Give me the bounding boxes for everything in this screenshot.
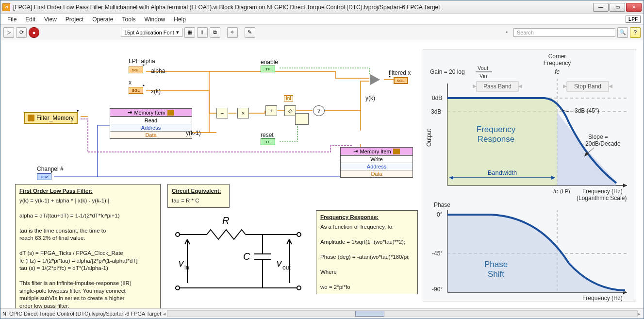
search-nav-icon: • — [506, 29, 512, 36]
note-line: multiple subVIs in series to create a hi… — [19, 295, 156, 302]
search-button[interactable]: 🔍 — [617, 27, 628, 38]
alpha-label: alpha — [151, 67, 165, 74]
output-select-node[interactable] — [370, 74, 380, 85]
memory-read-header: ⇥Memory Item — [110, 109, 192, 117]
memory-write-title: Memory Item — [360, 149, 391, 154]
minimize-button[interactable]: — — [593, 3, 609, 12]
menu-window[interactable]: Window — [141, 15, 169, 24]
run-cont-button[interactable]: ⟳ — [16, 27, 27, 38]
inf-constant: Inf — [284, 95, 293, 101]
highlight-button[interactable]: ✎ — [245, 27, 255, 38]
close-button[interactable]: ✕ — [626, 3, 642, 12]
yk-label: y(k) — [365, 95, 375, 101]
node-tag-icon: ▸ — [143, 63, 145, 67]
subtract-node[interactable]: − — [216, 108, 228, 118]
svg-text:Frequency: Frequency — [544, 60, 571, 67]
lpf-chip: LPF — [626, 16, 641, 23]
menu-help[interactable]: Help — [170, 15, 190, 24]
memory-read-node[interactable]: ⇥Memory Item Read Address Data — [110, 108, 192, 139]
app-window: VI [FPGA] First Order Low Pass Filter Mu… — [0, 0, 644, 319]
menu-project[interactable]: Project — [62, 15, 87, 24]
enable-terminal[interactable]: TF — [261, 66, 275, 72]
add-node[interactable]: + — [265, 105, 277, 116]
maximize-button[interactable]: ▭ — [610, 3, 625, 12]
vout-label: v — [277, 258, 282, 269]
svg-text:Bandwidth: Bandwidth — [488, 169, 517, 176]
x-label: x — [129, 79, 132, 86]
run-button[interactable]: ▷ — [3, 27, 14, 38]
memory-read-data: Data — [110, 131, 192, 138]
note-line: Where — [320, 269, 413, 276]
channel-terminal[interactable]: U32 — [37, 173, 51, 180]
note-line: dT (s) = FPGA_Ticks / FPGA_Clock_Rate — [19, 250, 156, 257]
cleanup-button[interactable]: ✧ — [227, 27, 238, 38]
memory-icon — [28, 115, 34, 121]
chevron-down-icon: ▾ — [176, 29, 179, 35]
arrow-icon: ⇥ — [353, 148, 358, 154]
scroll-right-icon[interactable]: ▸ — [638, 311, 642, 317]
menu-edit[interactable]: Edit — [21, 15, 39, 24]
status-bar: NI GPIC Direct Torque Control (DTC).lvpr… — [0, 309, 644, 319]
filter-memory-ref[interactable]: Filter_Memory — [24, 112, 78, 124]
note-heading: Circuit Equivalent: — [172, 187, 225, 195]
lpf-alpha-terminal[interactable]: SGL — [129, 67, 143, 73]
horizontal-scrollbar[interactable] — [167, 310, 638, 317]
memory-glyph-icon — [393, 149, 400, 154]
memory-read-addr: Address — [110, 124, 192, 131]
note-heading: Frequency Response: — [320, 214, 413, 221]
channel-label: Channel # — [37, 166, 64, 172]
svg-text:Gain = 20 log: Gain = 20 log — [430, 68, 465, 75]
status-text: NI GPIC Direct Torque Control (DTC).lvpr… — [2, 311, 163, 317]
compare-node[interactable]: ◇ — [284, 105, 296, 116]
vin-sub: in — [184, 264, 189, 271]
svg-text:Slope =: Slope = — [588, 134, 608, 140]
enable-label: enable — [261, 59, 278, 66]
svg-text:Output: Output — [426, 129, 432, 147]
reorder-button[interactable]: ⧉ — [210, 27, 220, 38]
note-line: Amplitude = 1/sqrt(1+(wo*tau)**2); — [320, 238, 413, 246]
menu-tools[interactable]: Tools — [118, 15, 140, 24]
svg-text:Frequency (Hz): Frequency (Hz) — [582, 295, 623, 302]
distribute-button[interactable]: ⫴ — [197, 27, 208, 38]
filtered-x-terminal[interactable]: SGL — [394, 77, 408, 84]
scrollbar-thumb[interactable] — [355, 311, 384, 317]
memory-write-data: Data — [341, 170, 413, 177]
select-zero-node[interactable] — [295, 113, 309, 125]
svg-text:-20dB/Decade: -20dB/Decade — [583, 140, 621, 147]
x-terminal[interactable]: SGL — [129, 87, 143, 94]
svg-text:fc: fc — [555, 68, 560, 75]
abort-button[interactable]: ● — [29, 27, 39, 38]
note-line: wo = 2*pi*fo — [320, 284, 413, 291]
svg-text:-45°: -45° — [432, 250, 443, 257]
svg-point-2 — [297, 233, 301, 236]
node-tag-icon: ▸ — [51, 169, 53, 174]
svg-line-32 — [560, 110, 569, 112]
note-line: This filter is an infinite-impulse-respo… — [19, 280, 156, 287]
vin-label: v — [179, 258, 184, 269]
menu-operate[interactable]: Operate — [88, 15, 117, 24]
menu-view[interactable]: View — [40, 15, 61, 24]
reset-terminal[interactable]: TF — [261, 138, 275, 145]
search-input[interactable]: Search — [513, 28, 615, 37]
c-label: C — [243, 251, 250, 262]
svg-text:-90°: -90° — [432, 286, 443, 293]
note-line: tau = R * C — [172, 197, 225, 205]
help-button[interactable]: ? — [630, 27, 641, 38]
svg-text:0°: 0° — [437, 211, 443, 218]
node-tag-icon: ▸ — [389, 74, 391, 79]
memory-write-addr: Address — [341, 163, 413, 170]
font-selector[interactable]: 15pt Application Font▾ — [121, 28, 182, 37]
frequency-response-diagram: Corner Frequency fc Gain = 20 log Vout V… — [423, 49, 636, 302]
svg-text:(Logarithmic Scale): (Logarithmic Scale) — [577, 195, 627, 201]
menu-file[interactable]: File — [3, 15, 20, 24]
node-tag-icon: ▸ — [143, 83, 145, 87]
memory-write-node[interactable]: ⇥Memory Item Write Address Data — [340, 147, 413, 178]
svg-point-3 — [297, 286, 301, 290]
align-button[interactable]: ▦ — [184, 27, 195, 38]
select-node[interactable]: ? — [313, 105, 325, 116]
scroll-left-icon[interactable]: ◂ — [163, 311, 167, 317]
multiply-node[interactable]: × — [237, 108, 249, 118]
block-diagram-canvas[interactable]: LPF alpha SGL ▸ alpha x SGL ▸ x(k) enabl… — [0, 40, 644, 309]
note-line: tau is the time constant, the time to — [19, 227, 156, 235]
memory-write-header: ⇥Memory Item — [341, 148, 413, 155]
